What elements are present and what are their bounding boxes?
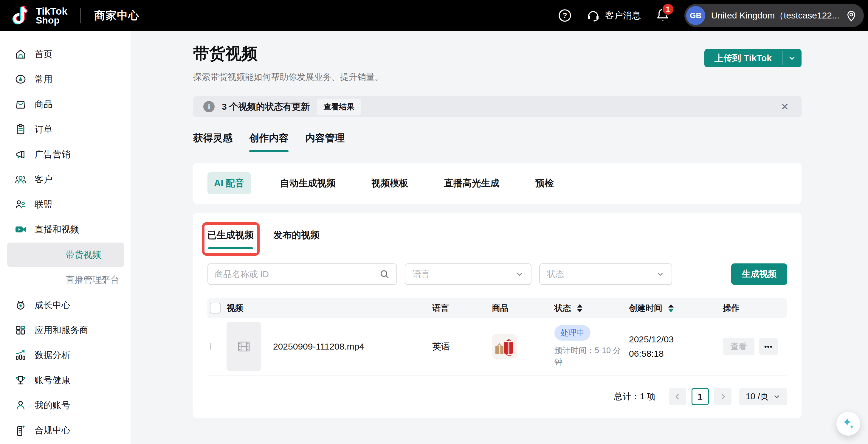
star-circle-icon <box>14 73 27 86</box>
banner-close-icon[interactable]: × <box>778 100 792 113</box>
subtab-live-highlights[interactable]: 直播高光生成 <box>438 172 506 194</box>
brand-word-top: TikTok <box>36 6 67 16</box>
table-row: 20250909-111208.mp4 英语 <box>208 318 787 376</box>
tab-get-inspired[interactable]: 获得灵感 <box>193 131 232 152</box>
compliance-doc-icon <box>14 424 27 437</box>
main-tabs: 获得灵感 创作内容 内容管理 <box>193 131 802 152</box>
chevron-left-icon <box>673 392 682 401</box>
status-sort-icon[interactable] <box>577 304 583 312</box>
sidebar-item-growth-center[interactable]: 成长中心 <box>0 293 131 318</box>
column-header-video: 视频 <box>226 303 432 314</box>
upload-to-tiktok-button[interactable]: 上传到 TikTok <box>704 49 802 67</box>
column-header-status[interactable]: 状态 <box>554 303 629 314</box>
customer-messages-label: 客户消息 <box>605 9 641 22</box>
status-select-value: 状态 <box>547 268 564 280</box>
tiktok-logo-icon <box>11 6 28 25</box>
current-page-button[interactable]: 1 <box>691 388 709 405</box>
next-page-button[interactable] <box>714 388 732 405</box>
subtab-auto-generate-video[interactable]: 自动生成视频 <box>274 172 342 194</box>
page-title: 带货视频 <box>193 43 383 65</box>
brand-word-bottom: Shop <box>36 16 67 25</box>
view-results-button[interactable]: 查看结果 <box>317 99 361 115</box>
sparkle-icon <box>841 417 855 431</box>
page-size-value: 10 /页 <box>746 391 769 403</box>
column-header-product: 商品 <box>492 303 554 314</box>
video-thumbnail[interactable] <box>226 322 261 371</box>
sidebar-item-home[interactable]: 首页 <box>0 42 131 67</box>
page-header-row: 带货视频 探索带货视频能如何帮助你发展业务、提升销量。 上传到 TikTok <box>193 43 802 83</box>
chevron-down-icon <box>773 393 781 401</box>
column-header-created[interactable]: 创建时间 <box>629 303 723 314</box>
video-cell: 20250909-111208.mp4 <box>226 322 432 371</box>
sidebar-item-frequently-used[interactable]: 常用 <box>0 67 131 92</box>
tab-generated-videos[interactable]: 已生成视频 <box>208 229 254 249</box>
sidebar-item-label: 广告营销 <box>35 149 70 161</box>
location-pin-icon <box>845 9 857 22</box>
notifications-button[interactable]: 1 <box>655 8 670 23</box>
created-time: 06:58:18 <box>629 347 723 361</box>
chevron-down-icon <box>787 54 797 63</box>
account-switcher[interactable]: GB United Kingdom（testcase122... <box>684 4 864 27</box>
sidebar-item-customers[interactable]: 客户 <box>0 167 131 192</box>
tab-content-management[interactable]: 内容管理 <box>305 131 345 152</box>
film-icon <box>236 339 252 354</box>
shopping-bag-icon <box>14 98 27 110</box>
select-all-checkbox[interactable] <box>210 303 221 314</box>
help-button[interactable]: ? <box>558 9 572 22</box>
generate-video-button[interactable]: 生成视频 <box>731 263 787 285</box>
sidebar-item-marketing[interactable]: 广告营销 <box>0 142 131 167</box>
sidebar-item-label: 客户 <box>35 173 53 186</box>
question-circle-icon: ? <box>558 9 572 22</box>
upload-dropdown-toggle[interactable] <box>782 49 802 67</box>
subtab-ai-dubbing[interactable]: AI 配音 <box>208 172 251 194</box>
search-input[interactable] <box>215 269 375 279</box>
sidebar-subitem-live-management[interactable]: 直播管理平台 <box>7 267 124 292</box>
tab-create-content[interactable]: 创作内容 <box>249 131 288 152</box>
product-search-field[interactable] <box>208 263 397 285</box>
sidebar-item-live-and-video[interactable]: 直播和视频 <box>0 217 131 242</box>
ai-assistant-fab[interactable] <box>836 412 860 436</box>
language-select[interactable]: 语言 <box>405 263 531 285</box>
sidebar-item-account-health[interactable]: 账号健康 <box>0 368 131 393</box>
sidebar-subitem-shoppable-videos[interactable]: 带货视频 <box>7 243 124 267</box>
customer-messages-button[interactable]: 客户消息 <box>586 8 641 23</box>
headset-icon <box>586 8 600 23</box>
subtab-precheck[interactable]: 预检 <box>529 172 560 194</box>
header-actions: ? 客户消息 1 GB <box>558 4 864 27</box>
sidebar-item-apps-services[interactable]: 应用和服务商 <box>0 318 131 343</box>
banner-text: 3 个视频的状态有更新 <box>222 101 310 113</box>
prev-page-button[interactable] <box>669 388 686 405</box>
sidebar-item-analytics[interactable]: 数据分析 <box>0 343 131 368</box>
product-image[interactable] <box>492 334 517 359</box>
row-checkbox[interactable] <box>210 343 211 350</box>
video-list-card: 已生成视频 发布的视频 语言 <box>193 213 802 418</box>
more-actions-button[interactable]: ••• <box>759 338 778 355</box>
feature-tabs-card: AI 配音 自动生成视频 视频模板 直播高光生成 预检 <box>193 163 802 204</box>
upload-button-label[interactable]: 上传到 TikTok <box>704 49 782 67</box>
filter-row: 语言 状态 生成视频 <box>208 263 787 285</box>
growth-badge-icon <box>14 299 27 311</box>
sidebar-item-label: 商品 <box>35 98 53 110</box>
sidebar-item-affiliate[interactable]: 联盟 <box>0 192 131 217</box>
view-button[interactable]: 查看 <box>723 338 754 355</box>
page-size-select[interactable]: 10 /页 <box>739 388 787 405</box>
sidebar-item-label: 应用和服务商 <box>35 324 88 337</box>
sidebar-item-products[interactable]: 商品 <box>0 92 131 117</box>
sidebar-item-label: 数据分析 <box>35 349 70 361</box>
subtab-video-templates[interactable]: 视频模板 <box>365 172 415 194</box>
sidebar-item-orders[interactable]: 订单 <box>0 117 131 142</box>
video-camera-icon <box>14 223 27 236</box>
pagination: 总计：1 项 1 10 /页 <box>208 388 787 405</box>
sidebar-item-label: 首页 <box>35 48 53 61</box>
column-header-actions: 操作 <box>723 303 787 314</box>
brand-area: TikTok Shop 商家中心 <box>11 6 140 25</box>
sidebar-item-my-account[interactable]: 我的账号 <box>0 393 131 418</box>
chevron-right-icon <box>719 392 727 401</box>
created-sort-icon-desc-active[interactable] <box>668 304 674 312</box>
brand-wordmark: TikTok Shop <box>36 6 67 25</box>
sidebar-item-compliance-center[interactable]: 合规中心 <box>0 418 131 443</box>
country-avatar: GB <box>686 6 705 25</box>
info-icon: i <box>203 101 215 112</box>
status-select[interactable]: 状态 <box>539 263 672 285</box>
tab-published-videos[interactable]: 发布的视频 <box>273 229 319 249</box>
